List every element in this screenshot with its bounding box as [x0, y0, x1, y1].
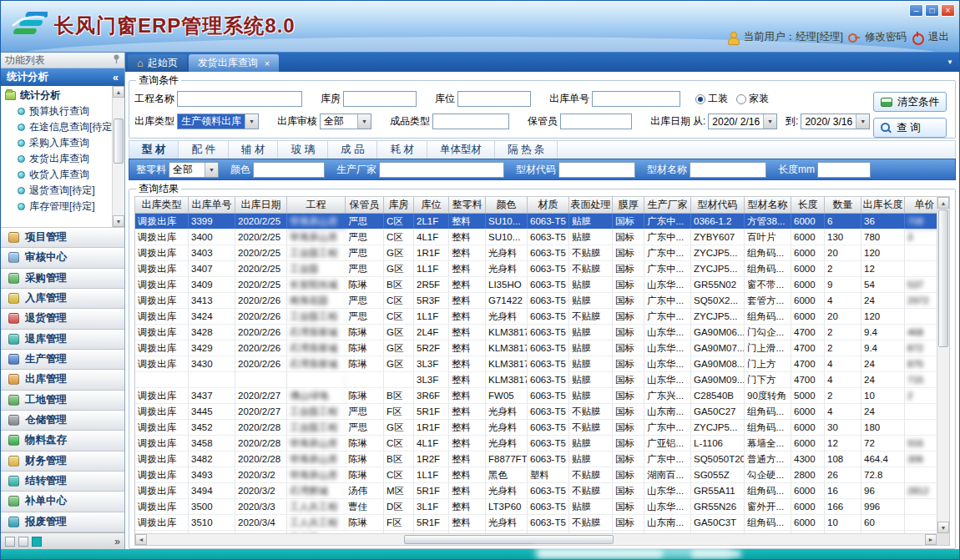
scroll-down-icon[interactable]: ▼: [937, 522, 949, 533]
combo-arrow-icon[interactable]: ▼: [357, 114, 371, 129]
sidebar-menu-item[interactable]: 结转管理: [1, 472, 124, 492]
sidebar-menu-item[interactable]: 生产管理: [1, 350, 124, 370]
v-scroll-track[interactable]: [937, 209, 949, 522]
tab-start-page[interactable]: ⌂ 起始页: [128, 54, 187, 72]
pin-icon[interactable]: [113, 54, 120, 67]
material-tab[interactable]: 耗 材: [377, 141, 427, 159]
material-tab[interactable]: 隔 热 条: [495, 141, 558, 159]
color-input[interactable]: [253, 162, 325, 178]
maximize-button[interactable]: □: [925, 4, 939, 17]
sidebar-group-header[interactable]: 统计分析 «: [1, 68, 124, 86]
footer-more-button[interactable]: »: [114, 536, 120, 547]
project-name-input[interactable]: [177, 91, 302, 107]
date-to-picker[interactable]: 2020/ 3/16 ▼: [801, 114, 870, 129]
column-header[interactable]: 单价: [905, 197, 937, 213]
column-header[interactable]: 库房: [384, 197, 414, 213]
table-row[interactable]: 调拨出库34032020/2/25工业园工程严思G区1R1F整料光身料6063-…: [135, 245, 937, 261]
table-horizontal-scrollbar[interactable]: ◄ ►: [135, 533, 937, 545]
sidebar-menu-item[interactable]: 财务管理: [1, 452, 124, 472]
radio-gongzhuang[interactable]: 工装: [695, 92, 728, 106]
collapse-icon[interactable]: «: [113, 72, 119, 83]
table-row[interactable]: 调拨出库34072020/2/25工业园严思G区1L1F整料光身料6063-T5…: [135, 261, 937, 277]
footer-tool-icon[interactable]: [32, 537, 42, 547]
tree-item[interactable]: 退货查询[待定]: [1, 183, 112, 199]
search-button[interactable]: 查 询: [873, 118, 947, 138]
column-header[interactable]: 库位: [414, 197, 449, 213]
length-input[interactable]: [817, 162, 871, 178]
tree-item[interactable]: 采购入库查询: [1, 135, 112, 151]
h-scroll-thumb[interactable]: [404, 535, 614, 544]
scroll-right-icon[interactable]: ►: [925, 534, 937, 545]
radio-gongzhuang-control[interactable]: [695, 94, 705, 104]
footer-tool-icon[interactable]: [18, 537, 28, 547]
table-row[interactable]: 调拨出库33992020/2/25华海原山居严思C区2L1F整料SU10...6…: [135, 214, 937, 230]
clear-conditions-button[interactable]: 清空条件: [873, 92, 947, 112]
h-scroll-track[interactable]: [147, 534, 925, 545]
sidebar-menu-item[interactable]: 退货管理: [1, 309, 124, 329]
tree-root[interactable]: 统计分析: [1, 88, 112, 103]
column-header[interactable]: 工程: [287, 197, 346, 213]
sidebar-menu-item[interactable]: 出库管理: [1, 370, 124, 390]
table-row[interactable]: 调拨出库34942020/3/2石湾辉城汤伟M区5R1F整料光身料6063-T5…: [135, 483, 937, 499]
material-tab[interactable]: 型 材: [129, 141, 179, 159]
table-row[interactable]: 调拨出库35102020/3/4工人共工程陈琳F区5R1F整料光身料6063-T…: [135, 515, 937, 531]
sidebar-menu-item[interactable]: 仓储管理: [1, 411, 124, 431]
table-row[interactable]: 调拨出库34822020/2/28华海原山居陈琳B区1R2F整料F8877FT6…: [135, 452, 937, 467]
sidebar-menu-item[interactable]: 工地管理: [1, 391, 124, 411]
table-row[interactable]: 调拨出库34302020/2/26石湾翡翠城陈琳G区3L3F整料KLM38176…: [135, 356, 937, 372]
table-row[interactable]: 调拨出库34582020/2/28华海原山居陈琳C区4L1F整料光身料6063-…: [135, 436, 937, 452]
scroll-up-icon[interactable]: ▲: [937, 197, 949, 209]
change-password-link[interactable]: 修改密码: [865, 30, 907, 44]
column-header[interactable]: 出库长度: [861, 197, 905, 213]
table-row[interactable]: 调拨出库34092020/2/25长安阳光城陈琳B区2R5F整料LI35HO60…: [135, 277, 937, 293]
column-header[interactable]: 保管员: [346, 197, 384, 213]
column-header[interactable]: 出库日期: [235, 197, 287, 213]
column-header[interactable]: 长度: [791, 197, 825, 213]
material-tab[interactable]: 玻 璃: [278, 141, 327, 159]
tree-item[interactable]: 收货入库查询: [1, 167, 112, 183]
combo-arrow-icon[interactable]: ▼: [205, 163, 218, 177]
tree-item[interactable]: 发货出库查询: [1, 151, 112, 167]
table-row[interactable]: 调拨出库35002020/3/3工人共工程曹佳D区3L1F整料LT3P60606…: [135, 499, 937, 515]
sidebar-menu-item[interactable]: 物料盘存: [1, 431, 124, 451]
logout-link[interactable]: 退出: [928, 30, 949, 44]
location-input[interactable]: [457, 91, 531, 107]
scroll-left-icon[interactable]: ◄: [135, 534, 147, 545]
tree-scroll-track[interactable]: [113, 98, 124, 215]
tree-scrollbar[interactable]: ▲ ▼: [112, 86, 124, 227]
material-tab[interactable]: 辅 材: [229, 141, 278, 159]
column-header[interactable]: 材质: [528, 197, 569, 213]
column-header[interactable]: 数量: [825, 197, 861, 213]
column-header[interactable]: 表面处理: [569, 197, 613, 213]
table-row[interactable]: 调拨出库34292020/2/26石湾翡翠城陈琳G区5R2F整料KLM38176…: [135, 341, 937, 356]
sidebar-menu-item[interactable]: 补单中心: [1, 492, 124, 512]
table-row[interactable]: 调拨出库34002020/2/25华海原山居严思C区4L1F整料SU10...6…: [135, 230, 937, 245]
footer-tool-icon[interactable]: [5, 537, 15, 547]
material-tab[interactable]: 单体型材: [427, 141, 495, 159]
tabstrip-dropdown-icon[interactable]: ▼: [947, 58, 953, 66]
table-row[interactable]: 调拨出库34132020/2/26南海花园严思C区5R3F整料G71422606…: [135, 293, 937, 309]
table-row[interactable]: 调拨出库34452020/2/27工业园工程严思F区5R1F整料光身料6063-…: [135, 404, 937, 420]
material-tab[interactable]: 成 品: [328, 141, 377, 159]
tree-scroll-thumb[interactable]: [114, 119, 124, 164]
close-button[interactable]: ×: [941, 4, 955, 17]
column-header[interactable]: 生产厂家: [644, 197, 691, 213]
sidebar-menu-item[interactable]: 项目管理: [1, 228, 124, 248]
column-header[interactable]: 颜色: [486, 197, 528, 213]
manufacturer-input[interactable]: [379, 162, 504, 178]
table-row[interactable]: 调拨出库34372020/2/27佛山绿地陈琳B区3R6F整料FW056063-…: [135, 388, 937, 404]
whole-part-select[interactable]: 全部 ▼: [169, 162, 219, 178]
column-header[interactable]: 出库类型: [135, 197, 189, 213]
sidebar-menu-item[interactable]: 报废管理: [1, 512, 124, 532]
tab-shipping-out-query[interactable]: 发货出库查询 ×: [189, 54, 279, 72]
column-header[interactable]: 整零料: [449, 197, 486, 213]
table-row[interactable]: 调拨出库34522020/2/28工业园工程严思G区1R1F整料光身料6063-…: [135, 420, 937, 436]
sidebar-menu-item[interactable]: 采购管理: [1, 269, 124, 289]
keeper-input[interactable]: [560, 114, 632, 129]
table-row[interactable]: 3L3F整料KLM38176063-T5贴膜国标山东华...GA90M09...…: [135, 372, 937, 388]
profile-code-input[interactable]: [558, 162, 635, 178]
material-tab[interactable]: 配 件: [179, 141, 228, 159]
date-from-picker[interactable]: 2020/ 2/16 ▼: [708, 114, 777, 129]
v-scroll-thumb[interactable]: [938, 209, 948, 347]
warehouse-input[interactable]: [343, 91, 417, 107]
